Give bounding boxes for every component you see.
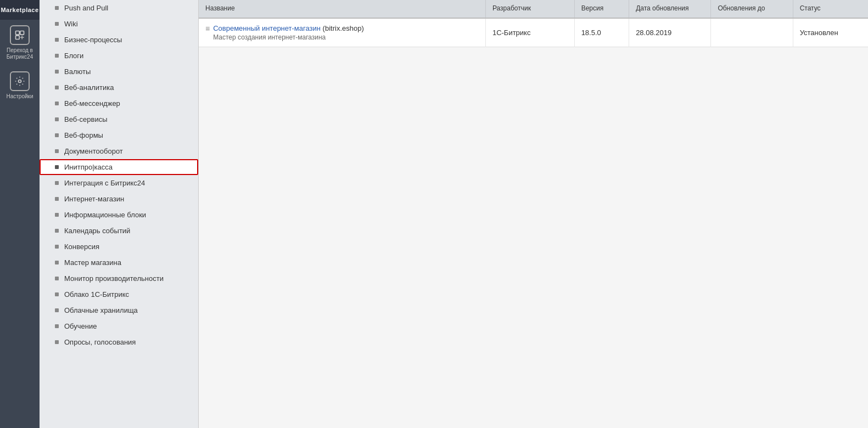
bullet-icon xyxy=(55,54,59,58)
row-menu-icon[interactable]: ≡ xyxy=(205,24,210,33)
cell-developer: 1С-Битрикс xyxy=(485,18,574,47)
bullet-icon xyxy=(55,38,59,42)
nav-item-wiki[interactable]: Wiki xyxy=(40,16,198,32)
bullet-icon xyxy=(55,340,59,344)
col-header-version: Версия xyxy=(574,0,629,18)
nav-item-docflow[interactable]: Документооборот xyxy=(40,143,198,159)
bullet-icon xyxy=(55,133,59,137)
bullet-icon xyxy=(55,277,59,280)
svg-rect-1 xyxy=(20,31,24,35)
nav-item-learning[interactable]: Обучение xyxy=(40,318,198,334)
svg-point-3 xyxy=(19,80,21,83)
nav-item-online-store[interactable]: Интернет-магазин xyxy=(40,191,198,207)
sidebar-item-bitrix24-label: Переход в Битрикс24 xyxy=(3,47,37,60)
sidebar-item-settings[interactable]: Настройки xyxy=(0,66,40,105)
bullet-icon xyxy=(55,213,59,217)
bullet-icon xyxy=(55,229,59,233)
nav-item-web-messenger[interactable]: Веб-мессенджер xyxy=(40,95,198,111)
nav-item-biz-processes[interactable]: Бизнес-процессы xyxy=(40,32,198,48)
table-row: ≡ Современный интернет-магазин (bitrix.e… xyxy=(199,18,868,47)
bullet-icon xyxy=(55,197,59,201)
gear-icon xyxy=(10,71,30,91)
nav-item-initpro[interactable]: Инитпро|касса xyxy=(40,159,198,175)
sidebar: Marketplace Переход в Битрикс24 Настройк… xyxy=(0,0,40,428)
col-header-status: Статус xyxy=(793,0,868,18)
table-header-row: Название Разработчик Версия Дата обновле… xyxy=(199,0,868,18)
bullet-icon xyxy=(55,165,59,169)
bullet-icon xyxy=(55,181,59,185)
nav-item-web-analytics[interactable]: Веб-аналитика xyxy=(40,80,198,95)
sidebar-item-bitrix24[interactable]: Переход в Битрикс24 xyxy=(0,20,40,66)
svg-rect-0 xyxy=(16,31,20,35)
module-name-link[interactable]: Современный интернет-магазин xyxy=(213,24,322,32)
bullet-icon xyxy=(55,22,59,26)
sidebar-item-settings-label: Настройки xyxy=(6,93,33,100)
cell-updates-until xyxy=(711,18,793,47)
cell-version: 18.5.0 xyxy=(574,18,629,47)
modules-table: Название Разработчик Версия Дата обновле… xyxy=(199,0,868,47)
bitrix24-icon xyxy=(10,25,30,45)
nav-item-blogs[interactable]: Блоги xyxy=(40,48,198,64)
sidebar-top: Marketplace xyxy=(0,0,40,20)
nav-pane: Push and Pull Wiki Бизнес-процессы Блоги… xyxy=(40,0,199,428)
bullet-icon xyxy=(55,324,59,328)
bullet-icon xyxy=(55,70,59,74)
bullet-icon xyxy=(55,117,59,121)
bullet-icon xyxy=(55,292,59,296)
nav-item-push-pull[interactable]: Push and Pull xyxy=(40,0,198,16)
bullet-icon xyxy=(55,6,59,10)
main-content: Push and Pull Wiki Бизнес-процессы Блоги… xyxy=(40,0,868,428)
bullet-icon xyxy=(55,308,59,312)
col-header-name: Название xyxy=(199,0,485,18)
nav-item-conversion[interactable]: Конверсия xyxy=(40,239,198,255)
nav-item-web-services[interactable]: Веб-сервисы xyxy=(40,111,198,127)
module-name-code: (bitrix.eshop) xyxy=(323,24,364,32)
bullet-icon xyxy=(55,149,59,153)
marketplace-label: Marketplace xyxy=(1,7,38,13)
bullet-icon xyxy=(55,86,59,89)
nav-item-bitrix24-integration[interactable]: Интеграция с Битрикс24 xyxy=(40,175,198,191)
bullet-icon xyxy=(55,261,59,264)
col-header-updates-until: Обновления до xyxy=(711,0,793,18)
col-header-developer: Разработчик xyxy=(485,0,574,18)
content-pane: Название Разработчик Версия Дата обновле… xyxy=(199,0,868,428)
bullet-icon xyxy=(55,245,59,249)
nav-item-calendar[interactable]: Календарь событий xyxy=(40,223,198,239)
module-name-sub: Мастер создания интернет-магазина xyxy=(213,33,364,41)
nav-item-cloud-storage[interactable]: Облачные хранилища xyxy=(40,302,198,318)
cell-update-date: 28.08.2019 xyxy=(629,18,711,47)
nav-item-web-forms[interactable]: Веб-формы xyxy=(40,127,198,143)
nav-item-polls[interactable]: Опросы, голосования xyxy=(40,334,198,350)
col-header-update-date: Дата обновления xyxy=(629,0,711,18)
nav-item-perf-monitor[interactable]: Монитор производительности xyxy=(40,271,198,286)
nav-item-info-blocks[interactable]: Информационные блоки xyxy=(40,207,198,223)
cell-name: ≡ Современный интернет-магазин (bitrix.e… xyxy=(199,18,485,47)
nav-item-currencies[interactable]: Валюты xyxy=(40,64,198,80)
nav-item-store-wizard[interactable]: Мастер магазина xyxy=(40,255,198,271)
nav-item-cloud-1c[interactable]: Облако 1С-Битрикс xyxy=(40,286,198,302)
svg-rect-2 xyxy=(16,36,20,40)
bullet-icon xyxy=(55,102,59,105)
cell-status: Установлен xyxy=(793,18,868,47)
panes: Push and Pull Wiki Бизнес-процессы Блоги… xyxy=(40,0,868,428)
